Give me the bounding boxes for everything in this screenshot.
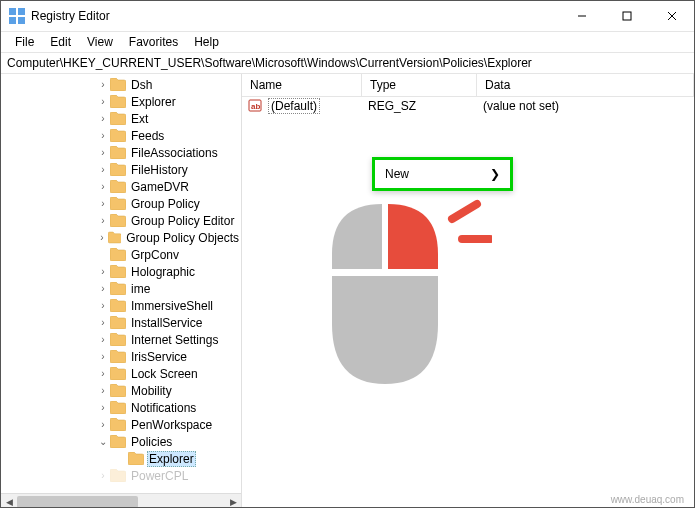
tree-item-label: Policies: [129, 435, 174, 449]
chevron-icon[interactable]: ›: [96, 416, 110, 433]
tree-item-label: IrisService: [129, 350, 189, 364]
tree-item[interactable]: GrpConv: [1, 246, 241, 263]
chevron-icon[interactable]: ›: [96, 348, 110, 365]
tree-item[interactable]: ›Explorer: [1, 93, 241, 110]
value-data: (value not set): [475, 99, 559, 113]
minimize-button[interactable]: [559, 1, 604, 31]
chevron-icon[interactable]: ›: [96, 331, 110, 348]
scroll-left-icon[interactable]: ◀: [1, 495, 17, 508]
chevron-icon[interactable]: ›: [96, 365, 110, 382]
chevron-icon[interactable]: ›: [96, 382, 110, 399]
tree-item-label: Feeds: [129, 129, 166, 143]
chevron-icon[interactable]: ›: [96, 76, 110, 93]
context-menu-label: New: [385, 167, 409, 181]
column-data[interactable]: Data: [477, 74, 694, 96]
chevron-icon[interactable]: ›: [96, 195, 110, 212]
menu-file[interactable]: File: [7, 33, 42, 51]
menu-edit[interactable]: Edit: [42, 33, 79, 51]
chevron-icon[interactable]: ›: [96, 280, 110, 297]
tree-item-label: Explorer: [129, 95, 178, 109]
tree-item-label: PowerCPL: [129, 469, 190, 483]
tree-item-label: ime: [129, 282, 152, 296]
chevron-icon[interactable]: ›: [96, 263, 110, 280]
menu-favorites[interactable]: Favorites: [121, 33, 186, 51]
tree-item[interactable]: ›Dsh: [1, 76, 241, 93]
tree-item-label: PenWorkspace: [129, 418, 214, 432]
tree-item[interactable]: ⌄Policies: [1, 433, 241, 450]
scrollbar-thumb[interactable]: [17, 496, 138, 508]
svg-rect-1: [18, 8, 25, 15]
tree-item[interactable]: ›PenWorkspace: [1, 416, 241, 433]
value-type: REG_SZ: [360, 99, 475, 113]
chevron-icon[interactable]: ›: [96, 161, 110, 178]
chevron-icon[interactable]: ›: [96, 93, 110, 110]
chevron-icon[interactable]: ⌄: [96, 433, 110, 450]
tree-item[interactable]: ›FileAssociations: [1, 144, 241, 161]
tree-item[interactable]: ›Group Policy Objects: [1, 229, 241, 246]
chevron-icon[interactable]: ›: [96, 212, 110, 229]
chevron-icon[interactable]: ›: [96, 297, 110, 314]
tree-item-label: Group Policy Editor: [129, 214, 236, 228]
tree-item[interactable]: ›Group Policy Editor: [1, 212, 241, 229]
tree-item[interactable]: ›ime: [1, 280, 241, 297]
menu-help[interactable]: Help: [186, 33, 227, 51]
string-value-icon: ab: [242, 98, 260, 115]
chevron-icon[interactable]: ›: [96, 127, 110, 144]
chevron-icon[interactable]: ›: [96, 229, 108, 246]
chevron-icon[interactable]: ›: [96, 144, 110, 161]
mouse-right-click-icon: [312, 184, 492, 397]
watermark: www.deuaq.com: [611, 494, 684, 505]
tree-item[interactable]: ›Mobility: [1, 382, 241, 399]
tree-item[interactable]: ›Holographic: [1, 263, 241, 280]
svg-rect-5: [623, 12, 631, 20]
tree-pane: ›Dsh›Explorer›Ext›Feeds›FileAssociations…: [1, 74, 242, 508]
tree-item-label: GrpConv: [129, 248, 181, 262]
close-button[interactable]: [649, 1, 694, 31]
tree-item[interactable]: ›Notifications: [1, 399, 241, 416]
tree-item[interactable]: ›Group Policy: [1, 195, 241, 212]
chevron-icon[interactable]: ›: [96, 110, 110, 127]
scroll-right-icon[interactable]: ▶: [225, 495, 241, 508]
tree-item[interactable]: ›Lock Screen: [1, 365, 241, 382]
menu-view[interactable]: View: [79, 33, 121, 51]
chevron-icon[interactable]: ›: [96, 399, 110, 416]
tree-item[interactable]: ›Feeds: [1, 127, 241, 144]
chevron-icon[interactable]: ›: [96, 178, 110, 195]
svg-line-10: [452, 204, 477, 219]
tree-item[interactable]: ›Ext: [1, 110, 241, 127]
tree-item-label: Internet Settings: [129, 333, 220, 347]
tree-item-label: Holographic: [129, 265, 197, 279]
app-icon: [9, 8, 25, 24]
tree-item-label: Ext: [129, 112, 150, 126]
tree-item-label: Dsh: [129, 78, 154, 92]
tree-item-label: Group Policy: [129, 197, 202, 211]
chevron-icon[interactable]: ›: [96, 314, 110, 331]
tree-item[interactable]: Explorer: [1, 450, 241, 467]
horizontal-scrollbar[interactable]: ◀ ▶: [1, 493, 241, 508]
tree-item[interactable]: ›PowerCPL: [1, 467, 241, 484]
tree-item-label: Lock Screen: [129, 367, 200, 381]
tree[interactable]: ›Dsh›Explorer›Ext›Feeds›FileAssociations…: [1, 74, 241, 484]
tree-item[interactable]: ›InstallService: [1, 314, 241, 331]
chevron-icon[interactable]: ›: [96, 467, 110, 484]
column-type[interactable]: Type: [362, 74, 477, 96]
svg-rect-2: [9, 17, 16, 24]
maximize-button[interactable]: [604, 1, 649, 31]
tree-item[interactable]: ›GameDVR: [1, 178, 241, 195]
address-bar[interactable]: Computer\HKEY_CURRENT_USER\Software\Micr…: [1, 53, 694, 74]
tree-item-label: FileAssociations: [129, 146, 220, 160]
tree-item-label: FileHistory: [129, 163, 190, 177]
tree-item-label: GameDVR: [129, 180, 191, 194]
tree-item[interactable]: ›ImmersiveShell: [1, 297, 241, 314]
tree-item[interactable]: ›Internet Settings: [1, 331, 241, 348]
menubar: File Edit View Favorites Help: [1, 32, 694, 53]
tree-item-label: Group Policy Objects: [124, 231, 241, 245]
list-pane: Name Type Data ab (Default) REG_SZ (valu…: [242, 74, 694, 508]
tree-item[interactable]: ›IrisService: [1, 348, 241, 365]
column-name[interactable]: Name: [242, 74, 362, 96]
window-title: Registry Editor: [31, 9, 110, 23]
tree-item-label: ImmersiveShell: [129, 299, 215, 313]
tree-item-label: Mobility: [129, 384, 174, 398]
tree-item[interactable]: ›FileHistory: [1, 161, 241, 178]
list-row[interactable]: ab (Default) REG_SZ (value not set): [242, 97, 694, 115]
